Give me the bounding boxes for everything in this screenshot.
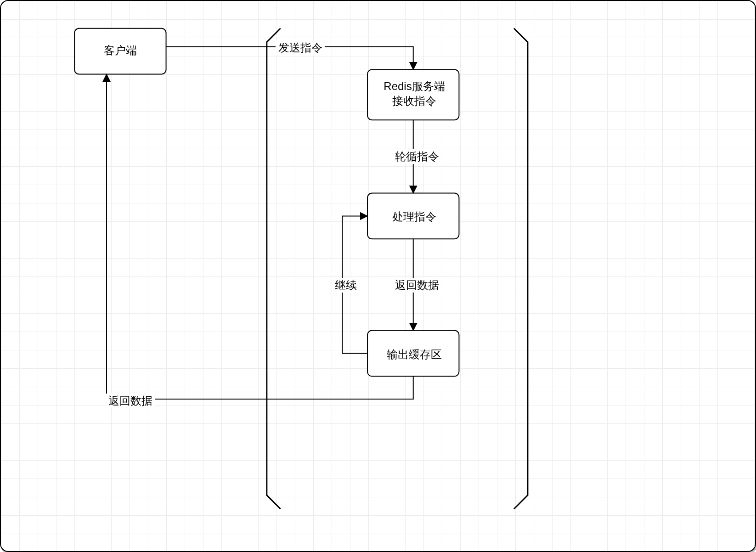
node-process — [367, 193, 459, 239]
edge-continue — [342, 216, 367, 353]
left-bracket-icon — [267, 28, 281, 509]
node-redis-receive — [367, 70, 459, 120]
diagram-svg — [1, 1, 755, 551]
edge-send — [166, 47, 413, 70]
node-buffer — [367, 331, 459, 377]
diagram-canvas: 客户端 Redis服务端 接收指令 处理指令 输出缓存区 发送指令 轮循指令 返… — [0, 0, 756, 552]
right-bracket-icon — [514, 28, 528, 509]
node-client — [74, 28, 166, 74]
